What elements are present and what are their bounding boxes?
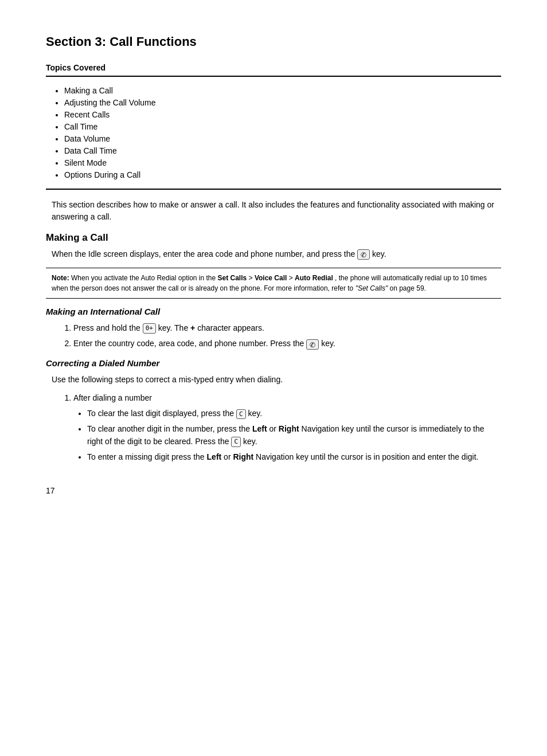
correcting-bullets: To clear the last digit displayed, press…	[73, 408, 501, 463]
note-box: Note: When you activate the Auto Redial …	[46, 268, 501, 299]
bullet2-left: Left	[252, 424, 267, 433]
list-item: Options During a Call	[64, 170, 501, 179]
bullet-2: To clear another digit in the number, pr…	[87, 423, 501, 448]
bullet3-right: Right	[233, 452, 253, 461]
bullet2-or: or	[267, 424, 279, 433]
topics-list: Making a Call Adjusting the Call Volume …	[46, 86, 501, 179]
correcting-step-1: After dialing a number To clear the last…	[73, 392, 501, 463]
making-a-call-heading: Making a Call	[46, 232, 501, 244]
international-step-2: Enter the country code, area code, and p…	[73, 338, 501, 350]
list-item: Data Volume	[64, 134, 501, 143]
bullet-3: To enter a missing digit press the Left …	[87, 451, 501, 464]
send-key-icon: ✆	[357, 249, 370, 260]
topics-covered-label: Topics Covered	[46, 63, 501, 72]
step1-plus: +	[188, 323, 195, 332]
making-a-call-text-end: key.	[372, 249, 386, 258]
bullet1-text2: key.	[248, 409, 262, 418]
note-bold-1: Set Calls	[218, 274, 247, 282]
zero-plus-key: 0+	[143, 323, 156, 333]
note-italic: "Set Calls"	[355, 284, 388, 292]
bullet2-text: To clear another digit in the number, pr…	[87, 424, 252, 433]
correcting-intro: Use the following steps to correct a mis…	[52, 374, 501, 386]
correcting-step-1-text: After dialing a number	[73, 393, 152, 402]
list-item: Call Time	[64, 122, 501, 131]
list-item: Data Call Time	[64, 146, 501, 155]
intro-text: This section describes how to make or an…	[52, 199, 501, 223]
bottom-topics-divider	[46, 189, 501, 190]
bullet3-or: or	[221, 452, 233, 461]
step1-text2: key. The	[158, 323, 188, 332]
bullet1-text: To clear the last digit displayed, press…	[87, 409, 236, 418]
international-steps-list: Press and hold the 0+ key. The + charact…	[46, 322, 501, 350]
bullet2-text3: key.	[241, 437, 257, 446]
bullet3-text2: Navigation key until the cursor is in po…	[253, 452, 478, 461]
c-key-2: C	[231, 437, 241, 446]
bullet3-text: To enter a missing digit press the	[87, 452, 207, 461]
section-title: Section 3: Call Functions	[46, 34, 501, 49]
c-key-1: C	[236, 409, 246, 419]
bullet-1: To clear the last digit displayed, press…	[87, 408, 501, 420]
topics-divider	[46, 76, 501, 77]
send-key-icon-2: ✆	[306, 339, 319, 350]
step1-text3: character appears.	[195, 323, 264, 332]
international-step-1: Press and hold the 0+ key. The + charact…	[73, 322, 501, 335]
note-arrow-2: >	[289, 274, 295, 282]
list-item: Adjusting the Call Volume	[64, 98, 501, 107]
note-text-3: on page 59.	[390, 284, 426, 292]
page-number: 17	[46, 486, 501, 495]
step2-text: Enter the country code, area code, and p…	[73, 339, 304, 348]
note-bold-2: Voice Call	[255, 274, 287, 282]
step1-text: Press and hold the	[73, 323, 140, 332]
making-a-call-text: When the Idle screen displays, enter the…	[52, 249, 355, 258]
list-item: Silent Mode	[64, 158, 501, 167]
list-item: Making a Call	[64, 86, 501, 95]
note-arrow-1: >	[249, 274, 255, 282]
note-bold-3: Auto Redial	[295, 274, 333, 282]
correcting-steps-list: After dialing a number To clear the last…	[46, 392, 501, 463]
note-label: Note:	[52, 274, 69, 282]
step2-text2: key.	[321, 339, 335, 348]
list-item: Recent Calls	[64, 110, 501, 119]
making-a-call-body: When the Idle screen displays, enter the…	[52, 248, 501, 261]
correcting-dialed-heading: Correcting a Dialed Number	[46, 358, 501, 368]
bullet3-left: Left	[207, 452, 222, 461]
bullet2-right: Right	[279, 424, 299, 433]
note-text-1: When you activate the Auto Redial option…	[71, 274, 218, 282]
making-international-heading: Making an International Call	[46, 307, 501, 316]
